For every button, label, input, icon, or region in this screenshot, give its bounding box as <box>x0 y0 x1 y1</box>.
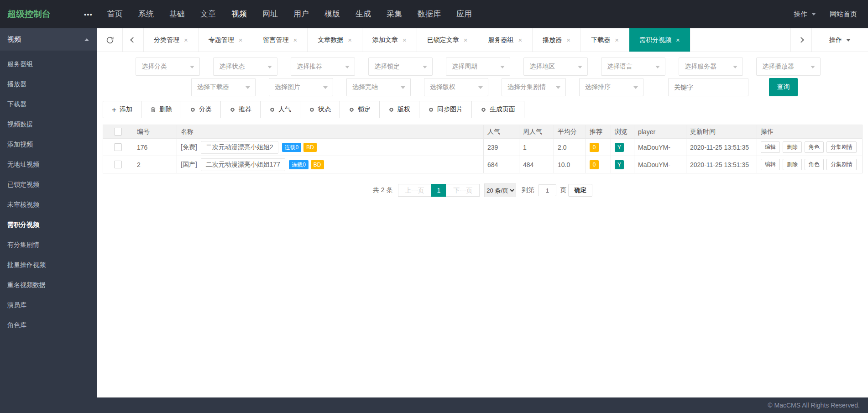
sidebar-item[interactable]: 有分集剧情 <box>0 235 97 255</box>
tab[interactable]: 服务器组× <box>478 28 533 52</box>
tab-close-icon[interactable]: × <box>184 36 188 44</box>
tabs-scroll-right-button[interactable] <box>790 28 811 52</box>
tab[interactable]: 播放器× <box>533 28 581 52</box>
video-title-box[interactable]: 二次元动漫漂亮小姐姐2 <box>201 141 278 154</box>
filter-select[interactable]: 选择周期 <box>446 58 510 76</box>
topnav-item[interactable]: 采集 <box>379 0 410 28</box>
sidebar-item[interactable]: 重名视频数据 <box>0 275 97 295</box>
topnav-item[interactable]: 视频 <box>224 0 255 28</box>
generate-pages-button[interactable]: 生成页面 <box>472 101 524 118</box>
search-button[interactable]: 查询 <box>769 78 798 96</box>
sidebar-item[interactable]: 无地址视频 <box>0 154 97 174</box>
filter-select[interactable]: 选择状态 <box>213 58 277 76</box>
select-all-checkbox[interactable] <box>114 128 122 136</box>
sidebar-item[interactable]: 批量操作视频 <box>0 255 97 275</box>
category-button[interactable]: 分类 <box>181 101 221 118</box>
filter-select[interactable]: 选择播放器 <box>756 58 821 76</box>
topnav-item[interactable]: 模版 <box>317 0 348 28</box>
filter-select[interactable]: 选择地区 <box>523 58 588 76</box>
sidebar-item[interactable]: 未审核视频 <box>0 194 97 214</box>
topnav-item[interactable]: 文章 <box>193 0 224 28</box>
filter-select[interactable]: 选择下载器 <box>191 78 256 96</box>
keyword-input[interactable] <box>668 78 748 96</box>
topnav-item[interactable]: 系统 <box>131 0 162 28</box>
sidebar-item[interactable]: 服务器组 <box>0 54 97 74</box>
sidebar-item[interactable]: 下载器 <box>0 94 97 114</box>
more-icon[interactable]: ••• <box>84 10 99 18</box>
filter-select[interactable]: 选择分集剧情 <box>502 78 566 96</box>
goto-page-input[interactable] <box>538 184 556 196</box>
prev-page-button[interactable]: 上一页 <box>398 184 432 197</box>
tabs-scroll-left-button[interactable] <box>123 28 144 52</box>
recommend-button[interactable]: 推荐 <box>221 101 261 118</box>
episodes-button[interactable]: 分集剧情 <box>826 159 857 170</box>
delete-button[interactable]: 删除 <box>141 101 181 118</box>
tab-close-icon[interactable]: × <box>566 36 570 44</box>
topnav-item[interactable]: 数据库 <box>410 0 449 28</box>
delete-button[interactable]: 删除 <box>783 159 802 170</box>
edit-button[interactable]: 编辑 <box>761 141 780 153</box>
tab-close-icon[interactable]: × <box>676 36 680 44</box>
edit-button[interactable]: 编辑 <box>761 159 780 170</box>
topnav-item[interactable]: 网址 <box>255 0 286 28</box>
tab[interactable]: 文章数据× <box>308 28 362 52</box>
tab[interactable]: 分类管理× <box>144 28 199 52</box>
refresh-button[interactable] <box>97 28 123 52</box>
topnav-item[interactable]: 基础 <box>162 0 193 28</box>
tab-close-icon[interactable]: × <box>464 36 468 44</box>
delete-button[interactable]: 删除 <box>783 141 802 153</box>
sidebar-item[interactable]: 已锁定视频 <box>0 174 97 194</box>
tab-close-icon[interactable]: × <box>293 36 298 44</box>
sidebar-item[interactable]: 角色库 <box>0 315 97 335</box>
topnav-item[interactable]: 应用 <box>449 0 480 28</box>
tab-close-icon[interactable]: × <box>348 36 352 44</box>
current-page-button[interactable]: 1 <box>431 184 447 197</box>
tab[interactable]: 需积分视频× <box>629 28 690 52</box>
video-title-box[interactable]: 二次元动漫漂亮小姐姐177 <box>201 158 285 171</box>
topbar-action-dropdown[interactable]: 操作 <box>794 10 816 19</box>
lock-button[interactable]: 锁定 <box>340 101 380 118</box>
tab-action-dropdown[interactable]: 操作 <box>811 28 868 52</box>
page-size-select[interactable]: 20 条/页 <box>484 183 516 197</box>
sidebar-item[interactable]: 需积分视频 <box>0 214 97 235</box>
filter-select[interactable]: 选择图片 <box>269 78 333 96</box>
hits-button[interactable]: 人气 <box>261 101 300 118</box>
row-checkbox[interactable] <box>114 143 122 151</box>
filter-select[interactable]: 选择语言 <box>601 58 665 76</box>
sync-images-button[interactable]: 同步图片 <box>419 101 472 118</box>
sidebar-item[interactable]: 添加视频 <box>0 134 97 154</box>
site-home-link[interactable]: 网站首页 <box>830 10 857 19</box>
tab[interactable]: 已锁定文章× <box>417 28 478 52</box>
sidebar-header-video[interactable]: 视频 <box>0 28 97 51</box>
tab-close-icon[interactable]: × <box>518 36 523 44</box>
next-page-button[interactable]: 下一页 <box>446 184 480 197</box>
filter-select[interactable]: 选择服务器 <box>679 58 743 76</box>
tab-close-icon[interactable]: × <box>239 36 243 44</box>
tab[interactable]: 专题管理× <box>199 28 253 52</box>
tab-close-icon[interactable]: × <box>403 36 407 44</box>
tab[interactable]: 下载器× <box>581 28 629 52</box>
sidebar-item[interactable]: 演员库 <box>0 295 97 315</box>
row-checkbox[interactable] <box>114 161 122 168</box>
confirm-button[interactable]: 确定 <box>568 184 592 197</box>
topnav-item[interactable]: 首页 <box>99 0 131 28</box>
tab[interactable]: 添加文章× <box>362 28 417 52</box>
add-button[interactable]: +添加 <box>103 101 141 118</box>
filter-select[interactable]: 选择完结 <box>346 78 411 96</box>
topnav-item[interactable]: 生成 <box>348 0 379 28</box>
filter-select[interactable]: 选择推荐 <box>291 58 355 76</box>
filter-select[interactable]: 选择分类 <box>136 58 200 76</box>
tab-close-icon[interactable]: × <box>615 36 619 44</box>
filter-select[interactable]: 选择排序 <box>579 78 643 96</box>
role-button[interactable]: 角色 <box>805 159 824 170</box>
episodes-button[interactable]: 分集剧情 <box>826 141 857 153</box>
topnav-item[interactable]: 用户 <box>286 0 317 28</box>
copyright-button[interactable]: 版权 <box>380 101 419 118</box>
role-button[interactable]: 角色 <box>805 141 824 153</box>
tab[interactable]: 留言管理× <box>253 28 308 52</box>
status-button[interactable]: 状态 <box>300 101 340 118</box>
sidebar-item[interactable]: 视频数据 <box>0 114 97 134</box>
sidebar-item[interactable]: 播放器 <box>0 74 97 94</box>
filter-select[interactable]: 选择锁定 <box>368 58 433 76</box>
filter-select[interactable]: 选择版权 <box>424 78 488 96</box>
